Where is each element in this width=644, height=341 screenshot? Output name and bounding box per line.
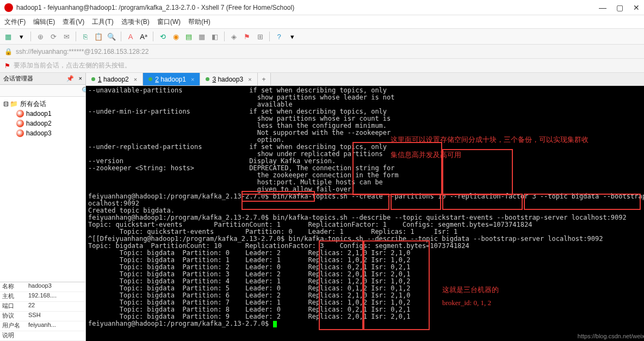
cursor-icon bbox=[273, 321, 277, 327]
tool6-icon[interactable]: ◈ bbox=[229, 32, 239, 41]
new-session-icon[interactable]: ▦ bbox=[3, 32, 13, 41]
add-tab-button[interactable]: + bbox=[258, 73, 271, 85]
tip-text: 要添加当前会话，点击左侧的箭头按钮。 bbox=[14, 61, 131, 70]
minimize-button[interactable]: — bbox=[599, 3, 606, 12]
tab-hadoop2[interactable]: 1 hadoop2× bbox=[86, 73, 143, 85]
tab-close-icon[interactable]: × bbox=[134, 76, 137, 83]
menu-tools[interactable]: 工具(T) bbox=[92, 17, 113, 27]
prop-username: 用户名feiyuanh... bbox=[0, 321, 85, 331]
properties-panel: 名称hadoop3 主机192.168.... 端口22 协议SSH 用户名fe… bbox=[0, 282, 85, 341]
session-hadoop2[interactable]: hadoop2 bbox=[0, 119, 85, 128]
addressbar: 🔒 ssh://feiyuanhang:******@192.168.153.1… bbox=[0, 45, 644, 59]
close-button[interactable]: ✕ bbox=[633, 3, 640, 12]
tab-close-icon[interactable]: × bbox=[248, 76, 251, 83]
color-icon[interactable]: A bbox=[126, 32, 135, 41]
maximize-button[interactable]: ▢ bbox=[616, 3, 623, 12]
session-tree: ⊟ 📁 所有会话 hadoop1 hadoop2 hadoop3 bbox=[0, 97, 85, 282]
status-dot-icon bbox=[91, 77, 95, 81]
session-icon bbox=[16, 129, 24, 137]
tool4-icon[interactable]: ▦ bbox=[197, 32, 207, 41]
prop-port: 端口22 bbox=[0, 302, 85, 312]
folder-icon: 📁 bbox=[10, 100, 18, 108]
window-title: hadoop1 - feiyuanhang@hadoop1: /program/… bbox=[16, 4, 599, 11]
copy-icon[interactable]: ⎘ bbox=[81, 32, 90, 41]
sidebar-title: 会话管理器 bbox=[3, 75, 33, 83]
session-tabs: 1 hadoop2× 2 hadoop1× 3 hadoop3× + bbox=[86, 73, 644, 86]
tipbar: ⚑ 要添加当前会话，点击左侧的箭头按钮。 bbox=[0, 59, 644, 73]
content: 1 hadoop2× 2 hadoop1× 3 hadoop3× + --una… bbox=[86, 73, 644, 341]
lock-icon: 🔒 bbox=[4, 48, 13, 55]
menu-help[interactable]: 帮助(H) bbox=[188, 17, 210, 27]
session-icon bbox=[16, 110, 24, 117]
watermark: https://blog.csdn.net/weixin_46008828 bbox=[578, 333, 644, 340]
tool5-icon[interactable]: ◧ bbox=[210, 32, 220, 41]
tool8-icon[interactable]: ⊞ bbox=[255, 32, 265, 41]
tab-close-icon[interactable]: × bbox=[191, 76, 194, 83]
search-icon[interactable]: 🔍 bbox=[107, 32, 116, 41]
dropdown-icon[interactable]: ▾ bbox=[16, 32, 26, 41]
menubar: 文件(F) 编辑(E) 查看(V) 工具(T) 选项卡(B) 窗口(W) 帮助(… bbox=[0, 15, 644, 28]
prop-name: 名称hadoop3 bbox=[0, 282, 85, 292]
menu-tabs[interactable]: 选项卡(B) bbox=[121, 17, 150, 27]
status-dot-icon bbox=[148, 77, 152, 81]
flag-icon: ⚑ bbox=[4, 62, 10, 70]
address-text[interactable]: ssh://feiyuanhang:******@192.168.153.128… bbox=[16, 48, 148, 55]
annotation-1b: 集信息高并发及高可用 bbox=[391, 151, 461, 158]
tool1-icon[interactable]: ⟲ bbox=[158, 32, 168, 41]
font-icon[interactable]: Aᵃ bbox=[139, 32, 148, 41]
dropdown2-icon[interactable]: ▾ bbox=[287, 32, 297, 41]
annotation-1: 这里面可以设置存储空间分成十块，三个备份，可以实现集群收 bbox=[391, 136, 589, 143]
session-hadoop3[interactable]: hadoop3 bbox=[0, 128, 85, 138]
annotation-2: 这就是三台机器的 bbox=[442, 286, 499, 293]
app-logo-icon bbox=[4, 3, 13, 12]
help-icon[interactable]: ? bbox=[274, 32, 284, 41]
sidebar-close-icon[interactable]: × bbox=[79, 75, 82, 82]
tab-hadoop1[interactable]: 2 hadoop1× bbox=[143, 73, 200, 85]
session-search-input[interactable] bbox=[0, 88, 82, 94]
pin-icon[interactable]: 📌 bbox=[66, 75, 74, 82]
menu-view[interactable]: 查看(V) bbox=[63, 17, 84, 27]
prop-protocol: 协议SSH bbox=[0, 312, 85, 321]
session-icon bbox=[16, 120, 24, 127]
terminal-output[interactable]: --unavailable-partitions if set when des… bbox=[86, 86, 644, 341]
reconnect-icon[interactable]: ⟳ bbox=[48, 32, 58, 41]
disconnect-icon[interactable]: ✉ bbox=[61, 32, 71, 41]
prop-host: 主机192.168.... bbox=[0, 292, 85, 302]
prop-desc: 说明 bbox=[0, 331, 85, 341]
paste-icon[interactable]: 📋 bbox=[94, 32, 103, 41]
titlebar: hadoop1 - feiyuanhang@hadoop1: /program/… bbox=[0, 0, 644, 15]
tool7-icon[interactable]: ⚑ bbox=[242, 32, 252, 41]
sidebar-header: 会话管理器 📌 × bbox=[0, 73, 85, 85]
tree-root[interactable]: ⊟ 📁 所有会话 bbox=[0, 99, 85, 109]
sidebar: 会话管理器 📌 × 🔍 ⊟ 📁 所有会话 hadoop1 hadoop2 had… bbox=[0, 73, 86, 341]
open-icon[interactable]: ⊕ bbox=[35, 32, 45, 41]
menu-edit[interactable]: 编辑(E) bbox=[33, 17, 55, 27]
tab-hadoop3[interactable]: 3 hadoop3× bbox=[200, 73, 257, 85]
toolbar: ▦ ▾ ⊕ ⟳ ✉ ⎘ 📋 🔍 A Aᵃ ⟲ ◉ ▤ ▦ ◧ ◈ ⚑ ⊞ ? ▾ bbox=[0, 28, 644, 45]
menu-file[interactable]: 文件(F) bbox=[4, 17, 26, 27]
tree-root-label: 所有会话 bbox=[20, 100, 46, 109]
status-dot-icon bbox=[206, 77, 209, 81]
annotation-3: broker_id: 0, 1, 2 bbox=[442, 299, 491, 306]
session-hadoop1[interactable]: hadoop1 bbox=[0, 109, 85, 119]
menu-window[interactable]: 窗口(W) bbox=[157, 17, 181, 27]
tool3-icon[interactable]: ▤ bbox=[184, 32, 194, 41]
tool2-icon[interactable]: ◉ bbox=[171, 32, 181, 41]
